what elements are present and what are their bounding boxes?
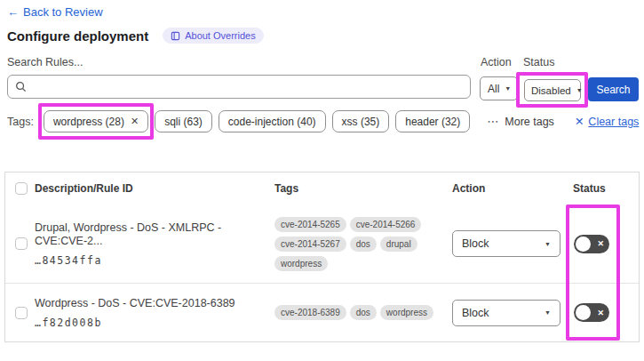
- more-tags-label: More tags: [505, 116, 554, 128]
- table-row: Drupal, Wordpress - DoS - XMLRPC - CVE:C…: [5, 205, 639, 283]
- action-select[interactable]: Block▼: [452, 300, 561, 326]
- rule-tag-pill: cve-2014-5266: [350, 217, 422, 232]
- about-overrides-label: About Overrides: [185, 30, 255, 41]
- back-to-review-link[interactable]: ← Back to Review: [7, 5, 103, 19]
- status-filter-label: Status: [523, 56, 554, 68]
- chevron-down-icon: ▼: [545, 309, 551, 316]
- remove-tag-icon[interactable]: ✕: [131, 116, 139, 127]
- col-header-status: Status: [573, 182, 639, 195]
- rule-description-cell: Drupal, Wordpress - DoS - XMLRPC - CVE:C…: [35, 221, 274, 267]
- toggle-knob: [576, 305, 591, 320]
- rule-tag-pill: drupal: [380, 237, 417, 252]
- select-all-checkbox[interactable]: [15, 182, 28, 195]
- row-checkbox[interactable]: [15, 237, 28, 250]
- about-overrides-badge[interactable]: About Overrides: [163, 28, 263, 44]
- chevron-down-icon: ▼: [505, 85, 511, 92]
- row-checkbox[interactable]: [15, 307, 28, 319]
- chevron-down-icon: ▼: [576, 87, 583, 93]
- rule-status-cell: ✕: [573, 235, 639, 253]
- tag-chip-wordpress-selected[interactable]: wordpress (28) ✕: [44, 110, 148, 132]
- search-rules-box: [7, 75, 471, 99]
- rule-tag-pill: cve-2014-5265: [274, 217, 346, 232]
- chevron-down-icon: ▼: [545, 241, 551, 247]
- rule-description: Drupal, Wordpress - DoS - XMLRPC - CVE:C…: [35, 221, 264, 248]
- clear-tags-button[interactable]: ✕ Clear tags: [575, 115, 639, 128]
- rule-tag-pill: wordpress: [274, 256, 328, 271]
- more-tags-button[interactable]: ⋯ More tags: [487, 115, 554, 128]
- configure-deployment-page: ← Back to Review Configure deployment Ab…: [0, 0, 644, 361]
- rule-tag-pill: cve-2014-5267: [274, 237, 346, 252]
- rule-tag-pill: wordpress: [380, 305, 433, 320]
- toggle-off-icon: ✕: [597, 239, 604, 248]
- toggle-knob: [576, 237, 591, 252]
- toggle-off-icon: ✕: [597, 309, 604, 317]
- tag-chip[interactable]: header (32): [395, 110, 470, 132]
- rule-id: …84534ffa: [35, 254, 264, 267]
- search-rules-label: Search Rules...: [7, 56, 83, 68]
- action-select-value: Block: [462, 237, 489, 250]
- rule-id: …f82d008b: [35, 317, 264, 329]
- search-rules-input[interactable]: [32, 81, 463, 93]
- search-button[interactable]: Search: [588, 77, 639, 101]
- status-toggle[interactable]: ✕: [574, 235, 609, 253]
- action-filter-dropdown[interactable]: All ▼: [480, 76, 518, 100]
- action-select[interactable]: Block▼: [452, 230, 561, 257]
- status-filter-dropdown[interactable]: Disabled ▼: [524, 79, 581, 101]
- tag-chip-label: wordpress (28): [53, 116, 124, 128]
- ellipsis-icon: ⋯: [487, 115, 499, 128]
- rule-tag-pill: dos: [350, 237, 377, 252]
- tags-bar: Tags: wordpress (28) ✕ sqli (63)code-inj…: [7, 110, 639, 132]
- docs-icon: [171, 31, 180, 41]
- page-title: Configure deployment: [7, 28, 148, 44]
- rule-description-cell: Wordpress - DoS - CVE:CVE-2018-6389…f82d…: [35, 297, 274, 329]
- tag-chip[interactable]: sqli (63): [155, 110, 212, 132]
- col-header-tags: Tags: [274, 182, 452, 195]
- status-filter-value: Disabled: [531, 85, 571, 96]
- status-toggle[interactable]: ✕: [574, 303, 609, 322]
- back-arrow-icon: ←: [7, 5, 19, 19]
- rule-action-cell: Block▼: [452, 230, 573, 257]
- rule-action-cell: Block▼: [452, 300, 573, 326]
- action-select-value: Block: [462, 307, 489, 319]
- tag-chip[interactable]: xss (35): [332, 110, 390, 132]
- clear-tags-label: Clear tags: [588, 116, 639, 128]
- table-row: Wordpress - DoS - CVE:CVE-2018-6389…f82d…: [5, 283, 639, 341]
- col-header-action: Action: [452, 182, 573, 195]
- clear-icon: ✕: [575, 115, 584, 128]
- col-header-description: Description/Rule ID: [35, 182, 274, 195]
- back-link-label: Back to Review: [23, 5, 103, 19]
- rule-tags-cell: cve-2014-5265cve-2014-5266cve-2014-5267d…: [274, 217, 449, 271]
- tag-chip-list: sqli (63)code-injection (40)xss (35)head…: [155, 110, 470, 132]
- title-row: Configure deployment About Overrides: [7, 28, 264, 44]
- action-filter-value: All: [488, 83, 499, 95]
- rule-tags-cell: cve-2018-6389doswordpress: [274, 305, 449, 320]
- rule-tag-pill: dos: [350, 305, 377, 320]
- tags-label: Tags:: [7, 116, 34, 128]
- rule-status-cell: ✕: [573, 303, 639, 322]
- search-icon: [15, 81, 27, 92]
- tag-chip[interactable]: code-injection (40): [219, 110, 326, 132]
- table-header-row: Description/Rule ID Tags Action Status: [5, 172, 639, 205]
- rule-description: Wordpress - DoS - CVE:CVE-2018-6389: [35, 297, 264, 310]
- rule-tag-pill: cve-2018-6389: [274, 305, 346, 320]
- action-filter-label: Action: [481, 56, 512, 68]
- rules-table: Description/Rule ID Tags Action Status D…: [4, 172, 640, 342]
